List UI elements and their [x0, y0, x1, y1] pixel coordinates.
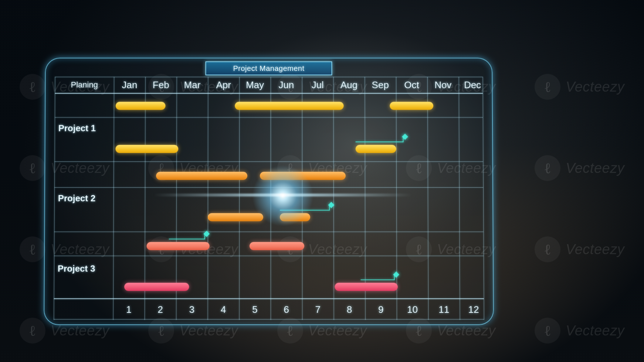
row-label: Project 1 — [55, 121, 118, 136]
watermark-text: Vecteezy — [566, 79, 624, 95]
milestone-marker — [356, 139, 407, 145]
gantt-bar — [335, 283, 397, 291]
footer-number: 10 — [397, 299, 428, 320]
footer-number: 7 — [302, 299, 333, 320]
gantt-bar — [235, 102, 343, 110]
gantt-bar — [250, 242, 304, 250]
footer-number: 3 — [176, 299, 207, 320]
month-header: Jun — [271, 77, 302, 93]
gantt-bar — [147, 242, 210, 250]
footer-number: 1 — [113, 299, 145, 320]
footer-number: 4 — [207, 299, 239, 320]
footer-number: 5 — [239, 299, 271, 320]
gantt-bar — [124, 283, 189, 291]
gantt-bar — [156, 172, 247, 180]
watermark-text: Vecteezy — [566, 242, 624, 257]
month-header: Mar — [177, 77, 208, 93]
milestone-marker — [361, 276, 399, 283]
gantt-bar — [356, 145, 396, 153]
watermark-text: Vecteezy — [566, 323, 624, 339]
milestone-marker — [280, 207, 333, 214]
month-header: Dec — [459, 77, 487, 93]
gantt-hologram-panel: Project Management Planing Jan Feb Mar A… — [44, 58, 494, 325]
month-header: Jul — [302, 77, 333, 93]
gantt-bar — [390, 102, 433, 110]
gantt-bar — [208, 213, 263, 221]
month-header: May — [239, 77, 271, 93]
footer-number: 6 — [271, 299, 302, 320]
gantt-bar — [280, 213, 310, 221]
chart-title: Project Management — [205, 61, 332, 75]
footer-number: 8 — [333, 299, 365, 320]
footer-number: 11 — [428, 299, 460, 320]
month-header: Jan — [114, 77, 145, 93]
gantt-grid: Planing Jan Feb Mar Apr May Jun Jul Aug … — [54, 77, 484, 320]
month-header: Aug — [333, 77, 365, 93]
gantt-bar — [115, 145, 178, 153]
footer-number: 12 — [460, 299, 487, 320]
row-label: Project 3 — [54, 261, 117, 276]
gantt-bar — [116, 102, 166, 110]
chart-title-text: Project Management — [233, 64, 304, 73]
label-column-header: Planing — [55, 77, 114, 93]
footer-number: 2 — [145, 299, 176, 320]
month-header: Sep — [365, 77, 396, 93]
gantt-bar — [260, 172, 346, 180]
row-label: Project 2 — [54, 191, 117, 206]
month-header: Nov — [427, 77, 459, 93]
watermark-text: Vecteezy — [566, 160, 624, 176]
month-header: Apr — [208, 77, 239, 93]
month-header: Oct — [396, 77, 427, 93]
milestone-marker — [169, 236, 209, 242]
footer-number: 9 — [365, 299, 397, 320]
month-header: Feb — [145, 77, 177, 93]
